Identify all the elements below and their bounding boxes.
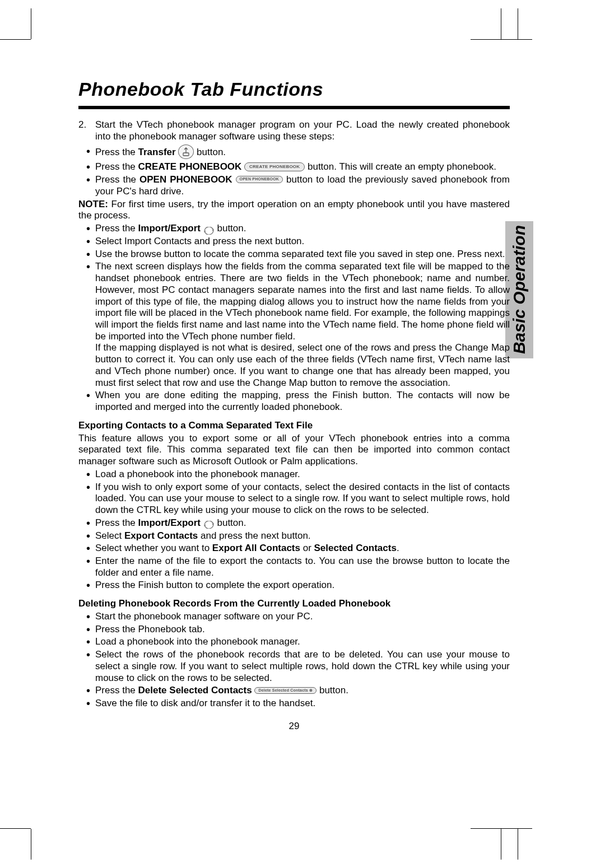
list-item: Select whether you want to Export All Co…: [78, 543, 510, 554]
bullet-list: Start the phonebook manager software on …: [78, 611, 510, 710]
list-item: Start the phonebook manager software on …: [78, 611, 510, 623]
crop-mark: [0, 39, 31, 40]
import-export-icon: [203, 226, 215, 234]
list-item-continuation: If the mapping displayed is not what is …: [95, 342, 510, 389]
list-item: When you are done editing the mapping, p…: [78, 390, 510, 413]
bullet-list: Press the Transfer button. Press the CRE…: [78, 146, 510, 197]
crop-mark: [501, 829, 501, 860]
page-number: 29: [78, 721, 510, 732]
list-item: Load a phonebook into the phonebook mana…: [78, 469, 510, 480]
step-number: 2.: [78, 119, 86, 131]
page-content: Phonebook Tab Functions 2. Start the VTe…: [78, 78, 510, 732]
crop-mark: [31, 829, 31, 860]
section-tab-label: Basic Operation: [511, 225, 528, 354]
delete-selected-contacts-button-icon: Delete Selected Contacts ⊗: [254, 687, 317, 694]
numbered-step: 2. Start the VTech phonebook manager pro…: [78, 119, 510, 142]
list-item: Load a phonebook into the phonebook mana…: [78, 636, 510, 648]
transfer-icon: [178, 144, 194, 159]
list-item: If you wish to only export some of your …: [78, 482, 510, 516]
crop-mark: [518, 8, 518, 39]
list-item: Press the OPEN PHONEBOOK OPEN PHONEBOOK …: [78, 174, 510, 197]
list-item: Press the Finish button to complete the …: [78, 580, 510, 591]
list-item: Press the Delete Selected Contacts Delet…: [78, 685, 510, 697]
crop-mark: [518, 829, 518, 860]
page-title: Phonebook Tab Functions: [78, 78, 510, 100]
list-item: Select Import Contacts and press the nex…: [78, 236, 510, 248]
subsection-heading: Exporting Contacts to a Comma Separated …: [78, 420, 510, 432]
bullet-list: Press the Import/Export button. Select I…: [78, 223, 510, 413]
crop-mark: [501, 828, 532, 829]
crop-mark: [31, 8, 31, 39]
list-item: The next screen displays how the fields …: [78, 261, 510, 389]
list-item: Save the file to disk and/or transfer it…: [78, 698, 510, 710]
svg-rect-0: [183, 153, 189, 156]
list-item: Press the Import/Export button.: [78, 223, 510, 235]
crop-mark: [471, 828, 501, 829]
list-item: Select the rows of the phonebook records…: [78, 649, 510, 684]
crop-mark: [471, 39, 501, 40]
list-item: Press the Import/Export button.: [78, 517, 510, 529]
paragraph: This feature allows you to export some o…: [78, 433, 510, 468]
list-item: Enter the name of the file to export the…: [78, 556, 510, 578]
list-item: Press the Transfer button.: [78, 146, 510, 160]
open-phonebook-button-icon: OPEN PHONEBOOK: [236, 176, 283, 183]
import-export-icon: [203, 520, 215, 528]
list-item: Press the CREATE PHONEBOOK CREATE PHONEB…: [78, 161, 510, 173]
title-rule: [78, 106, 510, 109]
bullet-list: Load a phonebook into the phonebook mana…: [78, 469, 510, 591]
document-page: Basic Operation Phonebook Tab Functions …: [0, 0, 605, 868]
note-paragraph: NOTE: For first time users, try the impo…: [78, 199, 510, 222]
step-text: Start the VTech phonebook manager progra…: [95, 119, 510, 142]
list-item: Use the browse button to locate the comm…: [78, 249, 510, 260]
subsection-heading: Deleting Phonebook Records From the Curr…: [78, 598, 510, 610]
list-item: Press the Phonebook tab.: [78, 624, 510, 636]
crop-mark: [0, 828, 31, 829]
crop-mark: [501, 8, 501, 39]
create-phonebook-button-icon: CREATE PHONEBOOK: [244, 162, 305, 171]
crop-mark: [501, 39, 532, 40]
list-item: Select Export Contacts and press the nex…: [78, 530, 510, 542]
